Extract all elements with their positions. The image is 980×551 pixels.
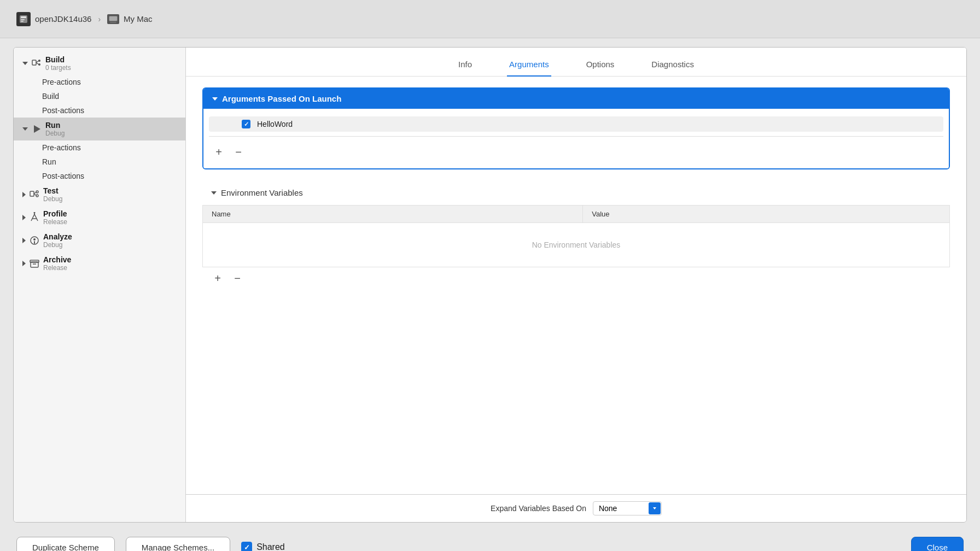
shared-label: Shared — [256, 542, 285, 551]
archive-expand-icon — [22, 261, 26, 266]
test-subtitle: Debug — [43, 195, 62, 203]
sidebar-build-postactions[interactable]: Post-actions — [14, 103, 185, 118]
archive-subtitle: Release — [43, 264, 71, 272]
svg-rect-23 — [34, 241, 35, 244]
arguments-title: Arguments Passed On Launch — [222, 94, 341, 103]
env-empty-message: No Environment Variables — [203, 223, 950, 267]
project-title: openJDK14u36 — [35, 14, 91, 24]
svg-rect-7 — [32, 60, 36, 65]
tab-bar: Info Arguments Options Diagnostics — [186, 48, 966, 77]
arguments-section-header: Arguments Passed On Launch — [203, 89, 949, 109]
tab-arguments[interactable]: Arguments — [507, 56, 551, 77]
args-separator — [209, 136, 943, 137]
build-subtitle: 0 targets — [45, 64, 71, 72]
profile-expand-icon — [22, 215, 26, 220]
main-container: Build 0 targets Pre-actions Build Post-a… — [13, 47, 967, 523]
svg-point-10 — [38, 60, 40, 62]
manage-schemes-button[interactable]: Manage Schemes... — [126, 537, 230, 552]
arg-row-0: HelloWord — [209, 116, 943, 132]
duplicate-scheme-button[interactable]: Duplicate Scheme — [16, 537, 115, 552]
breadcrumb-chevron: › — [98, 15, 101, 24]
tab-diagnostics[interactable]: Diagnostics — [649, 56, 696, 77]
mac-icon — [107, 14, 119, 24]
tab-options[interactable]: Options — [584, 56, 617, 77]
arguments-section: Arguments Passed On Launch HelloWord + − — [202, 87, 950, 169]
sidebar-item-analyze[interactable]: Analyze Debug — [14, 229, 185, 252]
archive-label: Archive — [43, 255, 71, 264]
test-expand-icon — [22, 192, 26, 197]
footer: Duplicate Scheme Manage Schemes... Share… — [0, 523, 980, 551]
sidebar-run-preactions[interactable]: Pre-actions — [14, 140, 185, 155]
sidebar-run-run[interactable]: Run — [14, 155, 185, 169]
profile-label: Profile — [43, 209, 67, 218]
args-remove-button[interactable]: − — [232, 145, 245, 159]
sidebar-item-archive[interactable]: Archive Release — [14, 252, 185, 275]
svg-point-22 — [33, 238, 36, 241]
top-bar: openJDK14u36 › My Mac — [0, 0, 980, 38]
args-collapse-icon[interactable] — [212, 97, 218, 101]
expand-variables-select[interactable]: None Build Settings — [593, 501, 662, 515]
env-section: Environment Variables Name Value No Envi… — [202, 183, 950, 289]
arg-checkbox-0[interactable] — [242, 120, 250, 128]
svg-rect-1 — [21, 16, 26, 18]
run-icon — [31, 124, 42, 134]
args-add-remove: + − — [203, 141, 949, 163]
sidebar-run-postactions[interactable]: Post-actions — [14, 169, 185, 183]
device-title: My Mac — [124, 14, 153, 24]
sidebar-item-profile[interactable]: Profile Release — [14, 206, 185, 229]
expand-select-wrapper: None Build Settings — [593, 501, 662, 515]
env-table: Name Value No Environment Variables — [202, 205, 950, 267]
svg-rect-13 — [30, 191, 34, 196]
content-scroll: Arguments Passed On Launch HelloWord + − — [186, 77, 966, 494]
args-add-button[interactable]: + — [212, 145, 225, 159]
svg-point-20 — [34, 212, 36, 214]
sidebar-item-build[interactable]: Build 0 targets — [14, 52, 185, 75]
sidebar-item-test[interactable]: Test Debug — [14, 183, 185, 206]
analyze-label: Analyze — [43, 232, 72, 241]
analyze-expand-icon — [22, 238, 26, 243]
build-icon — [31, 58, 42, 69]
svg-marker-12 — [34, 125, 40, 133]
arg-value-0: HelloWord — [257, 120, 293, 128]
svg-rect-2 — [21, 19, 25, 20]
env-section-header: Environment Variables — [202, 183, 950, 203]
shared-area: Shared — [241, 542, 285, 551]
sidebar-item-run[interactable]: Run Debug — [14, 118, 185, 140]
archive-icon — [29, 258, 40, 269]
build-label: Build — [45, 55, 71, 64]
args-content: HelloWord + − — [203, 109, 949, 168]
env-title: Environment Variables — [221, 188, 303, 197]
test-icon — [29, 189, 40, 200]
env-add-button[interactable]: + — [211, 272, 224, 285]
svg-point-11 — [38, 63, 40, 66]
project-icon — [16, 12, 31, 26]
expand-row: Expand Variables Based On None Build Set… — [491, 501, 662, 515]
svg-rect-3 — [21, 21, 24, 22]
run-label: Run — [45, 121, 65, 130]
build-expand-icon — [22, 62, 28, 65]
analyze-subtitle: Debug — [43, 241, 72, 249]
expand-variables-label: Expand Variables Based On — [491, 504, 586, 513]
env-remove-button[interactable]: − — [231, 272, 244, 285]
svg-rect-6 — [109, 16, 117, 21]
svg-point-16 — [36, 191, 38, 193]
svg-rect-25 — [30, 260, 39, 262]
close-button[interactable]: Close — [911, 537, 964, 552]
run-subtitle: Debug — [45, 130, 65, 137]
sidebar-build-preactions[interactable]: Pre-actions — [14, 75, 185, 89]
sidebar: Build 0 targets Pre-actions Build Post-a… — [14, 48, 186, 522]
analyze-icon — [29, 235, 40, 246]
tab-info[interactable]: Info — [456, 56, 474, 77]
env-col-name: Name — [203, 206, 583, 223]
env-collapse-icon[interactable] — [211, 191, 217, 195]
bottom-area: Expand Variables Based On None Build Set… — [186, 494, 966, 522]
env-add-remove: + − — [202, 267, 950, 289]
profile-subtitle: Release — [43, 218, 67, 226]
sidebar-build-build[interactable]: Build — [14, 89, 185, 103]
svg-point-17 — [36, 195, 38, 197]
shared-checkbox[interactable] — [241, 542, 252, 551]
profile-icon — [29, 212, 40, 223]
env-col-value: Value — [583, 206, 950, 223]
content-area: Info Arguments Options Diagnostics Argum… — [186, 48, 966, 522]
test-label: Test — [43, 186, 62, 195]
